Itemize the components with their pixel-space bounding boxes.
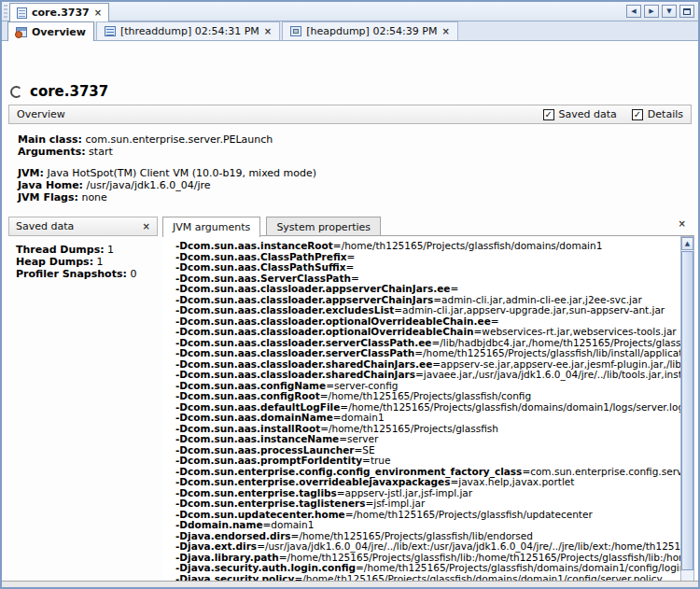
close-icon[interactable]: × (441, 27, 449, 36)
tab-overview[interactable]: Overview (7, 21, 94, 41)
maximize-button[interactable] (679, 5, 694, 18)
scroll-tabs-right-button[interactable]: ▶ (644, 5, 659, 18)
threaddump-icon (105, 26, 116, 36)
status-bar (2, 581, 698, 587)
java-home-line: Java Home: /usr/java/jdk1.6.0_04/jre (18, 179, 316, 191)
close-icon[interactable]: × (94, 8, 102, 18)
document-tab-core-3737[interactable]: core.3737 × (9, 3, 109, 21)
visualvm-window: core.3737 × ◀ ▶ ▼ Overview [threaddump] … (0, 0, 700, 589)
scroll-up-icon[interactable]: ▲ (681, 237, 693, 250)
overview-view: core.3737 Overview ✓ Saved data ✓ Detail… (2, 41, 698, 581)
core-dump-ring-icon (10, 86, 22, 98)
saved-data-checkbox-label: Saved data (559, 108, 617, 120)
heapdump-icon (290, 26, 301, 36)
overview-info: Main class: com.sun.enterprise.server.PE… (18, 133, 316, 203)
close-icon[interactable]: × (679, 219, 686, 229)
tab-heapdump-label: [heapdump] 02:54:39 PM (306, 25, 437, 37)
close-icon[interactable]: × (264, 27, 272, 36)
details-tab-bar: JVM arguments System properties × (162, 217, 694, 236)
tab-threaddump[interactable]: [threaddump] 02:54:31 PM × (96, 21, 280, 40)
drag-grip (4, 5, 7, 18)
saved-data-checkbox[interactable]: ✓ Saved data (543, 108, 617, 120)
tab-jvm-arguments[interactable]: JVM arguments (162, 217, 260, 237)
core-dump-icon (17, 7, 27, 19)
document-tab-strip: core.3737 × ◀ ▶ ▼ (2, 2, 698, 21)
saved-data-item: Thread Dumps: 1 (16, 244, 136, 256)
arguments-line: Arguments: start (18, 146, 316, 158)
saved-data-item: Heap Dumps: 1 (16, 256, 136, 268)
tab-list-dropdown-button[interactable]: ▼ (662, 5, 677, 18)
checkbox-checked-icon[interactable]: ✓ (632, 109, 643, 120)
maximize-icon (683, 8, 691, 15)
saved-data-panel-title: Saved data (16, 220, 74, 232)
scroll-tabs-left-button[interactable]: ◀ (626, 5, 641, 18)
jvm-flags-line: JVM Flags: none (18, 191, 316, 203)
page-title: core.3737 (30, 83, 108, 100)
view-tab-strip: Overview [threaddump] 02:54:31 PM × [hea… (2, 21, 698, 41)
tab-heapdump[interactable]: [heapdump] 02:54:39 PM × (282, 21, 458, 40)
saved-data-items: Thread Dumps: 1 Heap Dumps: 1 Profiler S… (16, 244, 136, 280)
details-checkbox-label: Details (648, 108, 683, 120)
vertical-scrollbar-thumb[interactable] (681, 251, 693, 570)
saved-data-panel-header: Saved data × (8, 217, 158, 236)
details-checkbox[interactable]: ✓ Details (632, 108, 683, 120)
details-panel: JVM arguments System properties × -Dcom.… (162, 217, 694, 589)
jvm-line: JVM: Java HotSpot(TM) Client VM (10.0-b1… (18, 167, 316, 179)
tab-threaddump-label: [threaddump] 02:54:31 PM (120, 25, 259, 37)
checkbox-checked-icon[interactable]: ✓ (543, 109, 554, 120)
tab-system-properties[interactable]: System properties (266, 217, 381, 236)
tab-overview-label: Overview (32, 26, 86, 38)
saved-data-item: Profiler Snapshots: 0 (16, 268, 136, 280)
title-row: core.3737 (10, 83, 108, 100)
vertical-scrollbar[interactable]: ▲ ▼ (680, 236, 694, 589)
close-icon[interactable]: × (143, 222, 150, 231)
overview-section-label: Overview (17, 108, 65, 120)
overview-icon (16, 27, 27, 37)
overview-options: ✓ Saved data ✓ Details (543, 108, 683, 120)
document-tab-label: core.3737 (32, 7, 90, 19)
jvm-arguments-list: -Dcom.sun.aas.instanceRoot=/home/th12516… (162, 236, 680, 589)
main-class-line: Main class: com.sun.enterprise.server.PE… (18, 133, 316, 146)
overview-section-bar: Overview ✓ Saved data ✓ Details (8, 105, 692, 124)
window-controls: ◀ ▶ ▼ (626, 5, 694, 18)
